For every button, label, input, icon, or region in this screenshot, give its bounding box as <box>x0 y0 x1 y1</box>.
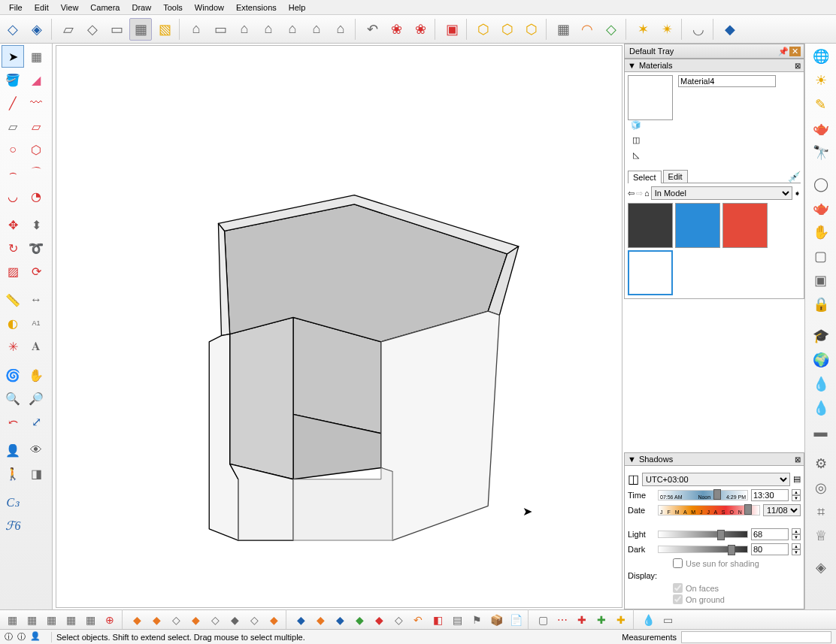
freehand-tool-icon[interactable]: 〰 <box>25 92 47 114</box>
rt-sun-icon[interactable]: ☀ <box>810 69 832 92</box>
rt-drop-icon[interactable]: 💧 <box>810 373 832 395</box>
rt-bar-icon[interactable]: ▬ <box>810 421 832 443</box>
bt-23-icon[interactable]: ▤ <box>448 612 466 628</box>
bt-13-icon[interactable]: ◇ <box>245 612 263 628</box>
house-2-icon[interactable]: ▭ <box>209 18 232 41</box>
rt-diamond-icon[interactable]: ◈ <box>810 556 832 579</box>
orbit-tool-icon[interactable]: 🌀 <box>2 364 24 386</box>
sandbox-1-icon[interactable]: ◠ <box>576 18 598 41</box>
menu-edit[interactable]: Edit <box>29 2 55 14</box>
bt-20-icon[interactable]: ◇ <box>389 612 407 628</box>
eraser-tool-icon[interactable]: ◢ <box>25 68 47 91</box>
time-slider[interactable]: 07:56 AM Noon 4:29 PM <box>658 490 748 500</box>
style-3-icon[interactable]: ▭ <box>105 18 128 41</box>
bt-29-icon[interactable]: ✚ <box>573 612 591 628</box>
rt-cap-icon[interactable]: 🎓 <box>810 325 832 347</box>
lasso-tool-icon[interactable]: ▦ <box>25 45 47 68</box>
style-5-icon[interactable]: ▧ <box>153 18 176 41</box>
hiddenline-style-icon[interactable]: ◈ <box>26 18 48 41</box>
undo-icon[interactable]: ↶ <box>361 18 383 41</box>
bt-28-icon[interactable]: ⋯ <box>553 612 571 628</box>
line-tool-icon[interactable]: ╱ <box>2 92 24 114</box>
protractor-tool-icon[interactable]: ◐ <box>2 312 24 334</box>
rt-globe2-icon[interactable]: 🌍 <box>810 349 832 371</box>
measurements-input[interactable] <box>681 631 831 643</box>
ext-f6-icon[interactable]: ℱ6 <box>2 514 24 537</box>
bt-15-icon[interactable]: ◆ <box>292 612 310 628</box>
axes-tool-icon[interactable]: ✳ <box>2 335 24 358</box>
time-down-icon[interactable]: ▼ <box>792 495 801 501</box>
house-4-icon[interactable]: ⌂ <box>257 18 280 41</box>
dark-down-icon[interactable]: ▼ <box>792 549 801 555</box>
bt-3-icon[interactable]: ▦ <box>42 612 60 628</box>
bt-19-icon[interactable]: ◆ <box>370 612 388 628</box>
on-ground-checkbox[interactable] <box>673 594 683 604</box>
status-help-icon[interactable]: ⓘ <box>5 631 13 642</box>
rt-gear-icon[interactable]: ⚙ <box>810 452 832 475</box>
swatch-1[interactable] <box>675 203 720 248</box>
bt-6-icon[interactable]: ⊕ <box>101 612 119 628</box>
position-camera-icon[interactable]: 👤 <box>2 439 24 461</box>
walk-tool-icon[interactable]: 🚶 <box>2 462 24 485</box>
bt-21-icon[interactable]: ↶ <box>409 612 427 628</box>
house-7-icon[interactable]: ⌂ <box>329 18 352 41</box>
light-input[interactable] <box>751 528 789 540</box>
text-tool-icon[interactable]: A1 <box>25 312 47 334</box>
sandbox-2-icon[interactable]: ◇ <box>600 18 622 41</box>
polygon-tool-icon[interactable]: ⬡ <box>25 138 47 161</box>
menu-draw[interactable]: Draw <box>126 2 157 14</box>
viewport-3d[interactable]: ➤ <box>56 45 622 608</box>
on-faces-checkbox[interactable] <box>673 583 683 593</box>
bt-31-icon[interactable]: ✚ <box>612 612 630 628</box>
create-material-icon[interactable]: 🧊 <box>629 120 643 134</box>
tape-tool-icon[interactable]: 📏 <box>2 289 24 311</box>
bt-30-icon[interactable]: ✚ <box>592 612 610 628</box>
bt-7-icon[interactable]: ◆ <box>128 612 146 628</box>
time-up-icon[interactable]: ▲ <box>792 489 801 495</box>
swatch-2[interactable] <box>722 203 768 248</box>
plugin-1-icon[interactable]: ❀ <box>385 18 407 41</box>
solid-3-icon[interactable]: ⬡ <box>520 18 543 41</box>
rt-teapot-icon[interactable]: 🫖 <box>810 117 832 140</box>
rt-pencil-icon[interactable]: ✎ <box>810 93 832 116</box>
bt-27-icon[interactable]: ▢ <box>534 612 552 628</box>
rt-wire-icon[interactable]: ⌗ <box>810 500 832 523</box>
swatch-0[interactable] <box>628 203 673 248</box>
bt-24-icon[interactable]: ⚑ <box>468 612 486 628</box>
3dtext-tool-icon[interactable]: 𝐀 <box>25 335 47 358</box>
bt-2-icon[interactable]: ▦ <box>23 612 41 628</box>
circle-tool-icon[interactable]: ○ <box>2 138 24 161</box>
bt-17-icon[interactable]: ◆ <box>331 612 349 628</box>
menu-extensions[interactable]: Extensions <box>230 2 283 14</box>
zoomext-tool-icon[interactable]: ⤢ <box>25 410 47 433</box>
bt-11-icon[interactable]: ◇ <box>206 612 224 628</box>
tray-title-bar[interactable]: Default Tray 📌 ✕ <box>624 44 804 59</box>
zoom-tool-icon[interactable]: 🔍 <box>2 387 24 410</box>
close-icon[interactable]: ✕ <box>789 47 801 56</box>
move-tool-icon[interactable]: ✥ <box>2 213 24 236</box>
bt-14-icon[interactable]: ◆ <box>265 612 283 628</box>
wireframe-style-icon[interactable]: ◇ <box>2 18 24 41</box>
bt-10-icon[interactable]: ◆ <box>186 612 204 628</box>
rt-teapot2-icon[interactable]: 🫖 <box>810 197 832 219</box>
rectangle-tool-icon[interactable]: ▱ <box>2 115 24 138</box>
solid-1-icon[interactable]: ⬡ <box>472 18 495 41</box>
plugin-2-icon[interactable]: ❀ <box>409 18 432 41</box>
texture-icon[interactable]: ▦ <box>552 18 574 41</box>
bt-5-icon[interactable]: ▦ <box>81 612 99 628</box>
style-1-icon[interactable]: ▱ <box>57 18 80 41</box>
date-input[interactable]: 11/08 <box>763 504 801 516</box>
rt-hand-icon[interactable]: ✋ <box>810 221 832 243</box>
panel-close-icon[interactable]: ⊠ <box>795 62 801 70</box>
panel-close-icon[interactable]: ⊠ <box>795 455 801 464</box>
dark-slider[interactable] <box>658 546 748 553</box>
arc3-tool-icon[interactable]: ◡ <box>2 185 24 207</box>
time-input[interactable] <box>751 489 789 501</box>
sun-shading-checkbox[interactable] <box>673 558 683 568</box>
bt-16-icon[interactable]: ◆ <box>311 612 329 628</box>
misc-1-icon[interactable]: ◡ <box>687 18 710 41</box>
dark-up-icon[interactable]: ▲ <box>792 543 801 549</box>
pie-tool-icon[interactable]: ◔ <box>25 185 47 207</box>
followme-tool-icon[interactable]: ➰ <box>25 237 47 259</box>
section-tool-icon[interactable]: ◨ <box>25 462 47 485</box>
